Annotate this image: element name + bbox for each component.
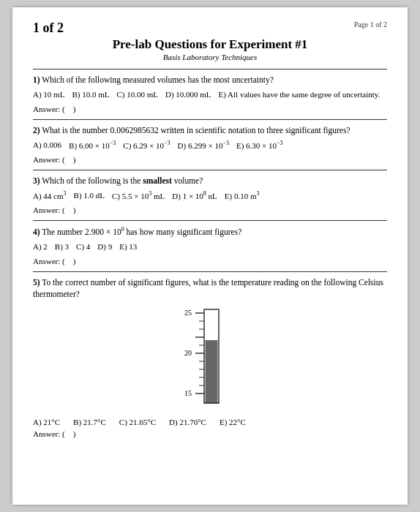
question-3: 3) Which of the following is the smalles… — [33, 175, 387, 214]
page-num-left: 1 of 2 — [33, 20, 64, 36]
divider — [33, 69, 387, 69]
question-1: 1) Which of the following measured volum… — [33, 74, 387, 113]
q2-num: 2) — [33, 126, 40, 135]
q4-choices: A) 2 B) 3 C) 4 D) 9 E) 13 — [33, 241, 387, 254]
svg-rect-1 — [206, 340, 218, 402]
svg-text:25: 25 — [184, 309, 192, 317]
q5-text: 5) To the correct number of significant … — [33, 276, 387, 300]
q2-choiceE: E) 6.30 × 10−3 — [236, 139, 283, 152]
q1-choices: A) 10 mL B) 10.0 mL C) 10.00 mL D) 10.00… — [33, 89, 387, 102]
q3-text: 3) Which of the following is the smalles… — [33, 175, 387, 187]
q4-choiceA: A) 2 — [33, 241, 48, 254]
divider4 — [33, 220, 387, 221]
q5-choiceC: C) 21.65°C — [119, 418, 156, 426]
q5-choiceB: B) 21.7°C — [73, 418, 106, 426]
divider3 — [33, 170, 387, 170]
q2-choiceC: C) 6.29 × 10−3 — [123, 139, 170, 152]
q3-num: 3) — [33, 176, 40, 185]
q5-choiceE: E) 22°C — [220, 418, 246, 426]
q2-answer: Answer: ( ) — [33, 155, 387, 164]
thermometer-container: 25 20 — [33, 306, 387, 412]
page: 1 of 2 Page 1 of 2 Pre-lab Questions for… — [12, 7, 408, 505]
q3-choiceB: B) 1.0 dL — [74, 189, 105, 203]
question-4: 4) The number 2.900 × 100 has how many s… — [33, 225, 387, 266]
q1-choiceB: B) 10.0 mL — [72, 89, 109, 102]
q5-answer: Answer: ( ) — [33, 429, 387, 438]
subtitle: Basis Laboratory Techniques — [33, 53, 387, 61]
q4-choiceB: B) 3 — [55, 241, 69, 254]
q3-choiceC: C) 5.5 × 103 mL — [112, 189, 165, 203]
q1-choiceC: C) 10.00 mL — [116, 89, 158, 102]
q4-answer: Answer: ( ) — [33, 257, 387, 266]
q1-choiceE: E) All values have the same degree of un… — [219, 89, 380, 102]
q3-answer: Answer: ( ) — [33, 206, 387, 214]
q3-choiceE: E) 0.10 m3 — [225, 189, 260, 203]
main-title: Pre-lab Questions for Experiment #1 — [33, 37, 387, 52]
q2-choices: A) 0.006 B) 6.00 × 10−3 C) 6.29 × 10−3 D… — [33, 139, 387, 152]
question-2: 2) What is the number 0.0062985632 writt… — [33, 124, 387, 164]
svg-text:15: 15 — [184, 389, 192, 397]
q4-text: 4) The number 2.900 × 100 has how many s… — [33, 225, 387, 238]
q5-choices: A) 21°C B) 21.7°C C) 21.65°C D) 21.70°C … — [33, 418, 387, 426]
q4-choiceE: E) 13 — [119, 241, 137, 254]
q2-choiceA: A) 0.006 — [33, 139, 61, 152]
q5-num: 5) — [33, 278, 40, 287]
q1-answer: Answer: ( ) — [33, 105, 387, 113]
q2-choiceB: B) 6.00 × 10−3 — [69, 139, 116, 152]
thermometer-svg: 25 20 — [166, 306, 254, 412]
q4-num: 4) — [33, 227, 40, 236]
page-num-right: Page 1 of 2 — [354, 20, 387, 29]
q4-choiceD: D) 9 — [97, 241, 112, 254]
question-5: 5) To the correct number of significant … — [33, 276, 387, 438]
divider2 — [33, 119, 387, 120]
q5-choiceD: D) 21.70°C — [169, 418, 206, 426]
q3-choiceA: A) 44 cm3 — [33, 189, 67, 203]
q2-choiceD: D) 6.299 × 10−3 — [178, 139, 229, 152]
divider5 — [33, 271, 387, 272]
q1-choiceA: A) 10 mL — [33, 89, 64, 102]
q3-choiceD: D) 1 × 108 nL — [172, 189, 217, 203]
q2-text: 2) What is the number 0.0062985632 writt… — [33, 124, 387, 136]
q3-choices: A) 44 cm3 B) 1.0 dL C) 5.5 × 103 mL D) 1… — [33, 189, 387, 203]
q5-choiceA: A) 21°C — [33, 418, 60, 426]
page-header-row: 1 of 2 Page 1 of 2 — [33, 20, 387, 36]
svg-text:20: 20 — [184, 349, 192, 357]
q1-num: 1) — [33, 75, 40, 84]
q4-choiceC: C) 4 — [76, 241, 90, 254]
q1-text: 1) Which of the following measured volum… — [33, 74, 387, 86]
q1-choiceD: D) 10.000 mL — [165, 89, 211, 102]
